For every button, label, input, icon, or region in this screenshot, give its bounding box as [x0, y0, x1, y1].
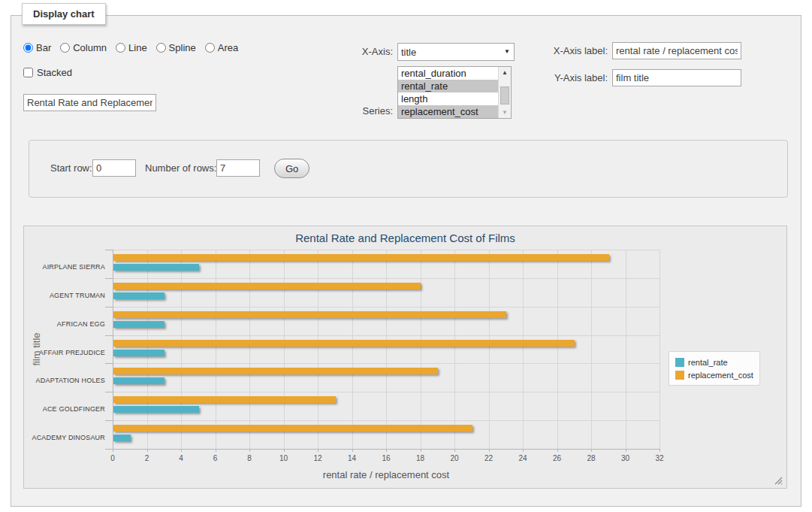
axis-tick [105, 250, 113, 250]
chart-x-axis-title: rental rate / replacement cost [113, 469, 660, 480]
chart-type-radio-area[interactable] [205, 43, 215, 53]
gridline-x [489, 250, 490, 449]
chart-type-area[interactable]: Area [205, 42, 238, 53]
num-rows-label: Number of rows: [145, 159, 216, 177]
axis-tick [105, 392, 113, 392]
chart-type-label: Line [128, 42, 147, 53]
chart-type-radio-column[interactable] [60, 43, 70, 53]
axis-tick [105, 335, 113, 336]
fieldset-legend: Display chart [22, 3, 106, 25]
axis-tick [105, 420, 113, 421]
chart-type-label: Bar [36, 42, 51, 53]
chart-type-radios: BarColumnLineSplineArea [23, 41, 238, 54]
gridline-y [113, 307, 660, 308]
bar-rental_rate [113, 377, 165, 384]
scrollbar-thumb[interactable] [500, 86, 509, 105]
category-label: AGENT TRUMAN [24, 291, 105, 300]
x-tick-label: 32 [644, 454, 675, 462]
gridline-x [626, 250, 626, 449]
stacked-option[interactable]: Stacked [23, 65, 72, 79]
row-range-panel: Start row: Number of rows: Go [29, 140, 788, 198]
x-tick-label: 22 [474, 454, 504, 462]
chart-type-column[interactable]: Column [60, 42, 107, 53]
series-option-length[interactable]: length [398, 92, 498, 105]
x-tick-label: 4 [166, 454, 196, 462]
series-option-replacement_cost[interactable]: replacement_cost [398, 105, 498, 118]
chart-container: Rental Rate and Replacement Cost of Film… [23, 226, 787, 489]
bar-replacement_cost [113, 396, 336, 403]
chart-type-radio-line[interactable] [116, 43, 125, 53]
y-axis-label-input[interactable] [612, 69, 741, 86]
gridline-x [454, 250, 455, 449]
gridline-x [421, 250, 421, 449]
chart-type-spline[interactable]: Spline [156, 42, 196, 53]
series-option-rental_rate[interactable]: rental_rate [398, 80, 498, 92]
x-tick-label: 14 [337, 454, 367, 462]
x-tick-label: 30 [611, 454, 641, 462]
start-row-input[interactable] [92, 159, 136, 177]
display-chart-fieldset: Display chart BarColumnLineSplineArea St… [11, 15, 801, 507]
go-button[interactable]: Go [274, 159, 309, 178]
bar-rental_rate [113, 292, 165, 299]
bar-rental_rate [113, 435, 131, 441]
num-rows-input[interactable] [216, 159, 260, 177]
bar-replacement_cost [113, 425, 472, 432]
gridline-y [113, 392, 660, 392]
chart-type-radio-spline[interactable] [156, 43, 166, 53]
legend-swatch [675, 371, 684, 380]
gridline-x [284, 250, 285, 449]
chart-title-input[interactable] [23, 94, 156, 111]
series-option-rental_duration[interactable]: rental_duration [398, 67, 498, 80]
gridline-x [591, 250, 592, 449]
gridline-x [557, 250, 558, 449]
stacked-label: Stacked [37, 67, 72, 78]
legend-item-replacement_cost[interactable]: replacement_cost [675, 368, 753, 381]
axis-tick [105, 449, 113, 450]
axis-tick [660, 449, 660, 452]
axis-tick [105, 307, 113, 308]
bar-replacement_cost [113, 311, 506, 318]
chart-type-label: Spline [169, 42, 196, 53]
x-axis-label-input[interactable] [612, 42, 741, 59]
scroll-down-icon[interactable]: ▼ [499, 107, 511, 118]
gridline-x [216, 250, 216, 449]
gridline-x [660, 250, 660, 449]
x-tick-label: 10 [269, 454, 299, 462]
gridline-y [113, 250, 660, 250]
stacked-checkbox[interactable] [23, 68, 33, 77]
axis-tick [105, 363, 113, 364]
x-tick-label: 6 [201, 454, 231, 462]
series-scrollbar[interactable]: ▲ ▼ [498, 67, 511, 118]
y-axis-label-label: Y-Axis label: [533, 69, 608, 87]
category-label: AFFAIR PREJUDICE [24, 348, 105, 357]
gridline-x [352, 250, 353, 449]
x-axis-select[interactable]: title [397, 43, 515, 61]
chart-type-line[interactable]: Line [116, 42, 147, 53]
x-axis-line [113, 449, 660, 450]
x-tick-label: 26 [542, 454, 572, 462]
chart-type-label: Column [73, 42, 107, 53]
x-tick-label: 8 [234, 454, 264, 462]
gridline-x [523, 250, 524, 449]
bar-rental_rate [113, 321, 165, 328]
gridline-x [386, 250, 387, 449]
scroll-up-icon[interactable]: ▲ [499, 67, 511, 78]
series-listbox[interactable]: rental_durationrental_ratelengthreplacem… [397, 66, 512, 119]
bar-rental_rate [113, 264, 199, 271]
category-label: AFRICAN EGG [24, 320, 105, 329]
bar-rental_rate [113, 350, 165, 356]
gridline-y [113, 420, 660, 421]
bar-replacement_cost [113, 340, 575, 347]
category-label: ACE GOLDFINGER [24, 404, 105, 414]
chart-type-bar[interactable]: Bar [23, 42, 51, 53]
category-label: AIRPLANE SIERRA [24, 262, 105, 271]
x-tick-label: 12 [303, 454, 333, 462]
chart-type-radio-bar[interactable] [23, 43, 33, 53]
bar-rental_rate [113, 406, 199, 413]
x-axis-select-label: X-Axis: [315, 43, 393, 61]
start-row-label: Start row: [50, 159, 92, 177]
gridline-y [113, 335, 660, 336]
resize-handle-icon[interactable] [774, 477, 783, 485]
legend-item-rental_rate[interactable]: rental_rate [675, 356, 753, 368]
legend-label: rental_rate [688, 358, 728, 367]
